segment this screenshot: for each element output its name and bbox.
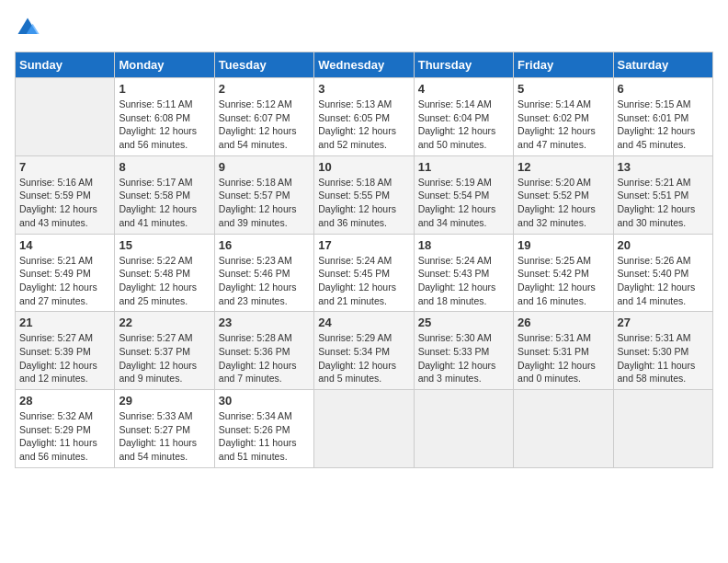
day-info: Sunrise: 5:27 AM Sunset: 5:37 PM Dayligh… <box>119 331 210 385</box>
calendar-cell: 28Sunrise: 5:32 AM Sunset: 5:29 PM Dayli… <box>16 390 115 468</box>
col-header-thursday: Thursday <box>414 52 513 78</box>
day-info: Sunrise: 5:24 AM Sunset: 5:43 PM Dayligh… <box>418 254 509 308</box>
day-info: Sunrise: 5:14 AM Sunset: 6:02 PM Dayligh… <box>518 98 609 152</box>
day-info: Sunrise: 5:11 AM Sunset: 6:08 PM Dayligh… <box>119 98 210 152</box>
day-number: 9 <box>219 160 310 174</box>
calendar-cell: 4Sunrise: 5:14 AM Sunset: 6:04 PM Daylig… <box>414 78 513 156</box>
calendar-cell: 30Sunrise: 5:34 AM Sunset: 5:26 PM Dayli… <box>214 390 313 468</box>
calendar-cell <box>314 390 414 468</box>
day-number: 21 <box>19 316 110 329</box>
calendar-cell: 3Sunrise: 5:13 AM Sunset: 6:05 PM Daylig… <box>314 78 414 156</box>
week-row-3: 14Sunrise: 5:21 AM Sunset: 5:49 PM Dayli… <box>16 234 713 312</box>
day-number: 13 <box>618 160 709 174</box>
week-row-5: 28Sunrise: 5:32 AM Sunset: 5:29 PM Dayli… <box>16 390 713 468</box>
day-number: 29 <box>119 394 210 408</box>
calendar-cell: 29Sunrise: 5:33 AM Sunset: 5:27 PM Dayli… <box>115 390 214 468</box>
calendar-cell: 27Sunrise: 5:31 AM Sunset: 5:30 PM Dayli… <box>613 312 712 390</box>
day-number: 25 <box>418 316 509 329</box>
day-info: Sunrise: 5:13 AM Sunset: 6:05 PM Dayligh… <box>318 98 409 152</box>
page-header <box>15 15 713 40</box>
calendar-cell: 11Sunrise: 5:19 AM Sunset: 5:54 PM Dayli… <box>414 155 513 234</box>
day-number: 6 <box>618 82 709 96</box>
day-info: Sunrise: 5:14 AM Sunset: 6:04 PM Dayligh… <box>418 98 509 152</box>
calendar-cell: 25Sunrise: 5:30 AM Sunset: 5:33 PM Dayli… <box>414 312 513 390</box>
day-number: 26 <box>518 316 609 329</box>
day-info: Sunrise: 5:32 AM Sunset: 5:29 PM Dayligh… <box>19 409 110 464</box>
calendar-cell: 8Sunrise: 5:17 AM Sunset: 5:58 PM Daylig… <box>115 155 214 234</box>
day-info: Sunrise: 5:20 AM Sunset: 5:52 PM Dayligh… <box>518 176 609 230</box>
day-number: 28 <box>19 394 110 408</box>
day-info: Sunrise: 5:21 AM Sunset: 5:51 PM Dayligh… <box>618 176 709 230</box>
day-info: Sunrise: 5:26 AM Sunset: 5:40 PM Dayligh… <box>618 254 709 308</box>
week-row-2: 7Sunrise: 5:16 AM Sunset: 5:59 PM Daylig… <box>16 155 713 234</box>
calendar-cell: 20Sunrise: 5:26 AM Sunset: 5:40 PM Dayli… <box>613 234 712 312</box>
day-number: 14 <box>19 238 110 252</box>
day-number: 11 <box>418 160 509 174</box>
day-info: Sunrise: 5:16 AM Sunset: 5:59 PM Dayligh… <box>19 176 110 230</box>
col-header-friday: Friday <box>514 52 613 78</box>
calendar-cell: 1Sunrise: 5:11 AM Sunset: 6:08 PM Daylig… <box>115 78 214 156</box>
day-info: Sunrise: 5:24 AM Sunset: 5:45 PM Dayligh… <box>318 254 409 308</box>
calendar-cell: 6Sunrise: 5:15 AM Sunset: 6:01 PM Daylig… <box>613 78 712 156</box>
day-number: 23 <box>219 316 310 329</box>
day-number: 16 <box>219 238 310 252</box>
day-info: Sunrise: 5:22 AM Sunset: 5:48 PM Dayligh… <box>119 254 210 308</box>
calendar-cell: 10Sunrise: 5:18 AM Sunset: 5:55 PM Dayli… <box>314 155 414 234</box>
col-header-sunday: Sunday <box>16 52 115 78</box>
calendar-cell: 19Sunrise: 5:25 AM Sunset: 5:42 PM Dayli… <box>514 234 613 312</box>
day-info: Sunrise: 5:17 AM Sunset: 5:58 PM Dayligh… <box>119 176 210 230</box>
day-number: 5 <box>518 82 609 96</box>
calendar-cell: 15Sunrise: 5:22 AM Sunset: 5:48 PM Dayli… <box>115 234 214 312</box>
day-number: 2 <box>219 82 310 96</box>
day-info: Sunrise: 5:34 AM Sunset: 5:26 PM Dayligh… <box>219 409 310 464</box>
day-info: Sunrise: 5:23 AM Sunset: 5:46 PM Dayligh… <box>219 254 310 308</box>
logo-icon <box>15 15 40 40</box>
calendar-cell: 7Sunrise: 5:16 AM Sunset: 5:59 PM Daylig… <box>16 155 115 234</box>
calendar-cell: 14Sunrise: 5:21 AM Sunset: 5:49 PM Dayli… <box>16 234 115 312</box>
day-number: 24 <box>318 316 409 329</box>
day-info: Sunrise: 5:29 AM Sunset: 5:34 PM Dayligh… <box>318 331 409 385</box>
calendar-cell: 21Sunrise: 5:27 AM Sunset: 5:39 PM Dayli… <box>16 312 115 390</box>
week-row-4: 21Sunrise: 5:27 AM Sunset: 5:39 PM Dayli… <box>16 312 713 390</box>
day-number: 30 <box>219 394 310 408</box>
col-header-saturday: Saturday <box>613 52 712 78</box>
header-row: SundayMondayTuesdayWednesdayThursdayFrid… <box>16 52 713 78</box>
calendar-cell: 9Sunrise: 5:18 AM Sunset: 5:57 PM Daylig… <box>214 155 313 234</box>
calendar-cell: 23Sunrise: 5:28 AM Sunset: 5:36 PM Dayli… <box>214 312 313 390</box>
day-number: 4 <box>418 82 509 96</box>
calendar-cell <box>514 390 613 468</box>
calendar-cell: 16Sunrise: 5:23 AM Sunset: 5:46 PM Dayli… <box>214 234 313 312</box>
col-header-monday: Monday <box>115 52 214 78</box>
calendar-cell: 22Sunrise: 5:27 AM Sunset: 5:37 PM Dayli… <box>115 312 214 390</box>
day-info: Sunrise: 5:31 AM Sunset: 5:31 PM Dayligh… <box>518 331 609 385</box>
day-info: Sunrise: 5:18 AM Sunset: 5:55 PM Dayligh… <box>318 176 409 230</box>
day-number: 12 <box>518 160 609 174</box>
col-header-tuesday: Tuesday <box>214 52 313 78</box>
day-number: 7 <box>19 160 110 174</box>
calendar-cell: 24Sunrise: 5:29 AM Sunset: 5:34 PM Dayli… <box>314 312 414 390</box>
day-number: 17 <box>318 238 409 252</box>
day-number: 1 <box>119 82 210 96</box>
calendar-cell: 12Sunrise: 5:20 AM Sunset: 5:52 PM Dayli… <box>514 155 613 234</box>
day-info: Sunrise: 5:12 AM Sunset: 6:07 PM Dayligh… <box>219 98 310 152</box>
calendar-cell <box>414 390 513 468</box>
day-info: Sunrise: 5:31 AM Sunset: 5:30 PM Dayligh… <box>618 331 709 385</box>
day-number: 27 <box>618 316 709 329</box>
day-info: Sunrise: 5:27 AM Sunset: 5:39 PM Dayligh… <box>19 331 110 385</box>
day-number: 10 <box>318 160 409 174</box>
calendar-cell: 17Sunrise: 5:24 AM Sunset: 5:45 PM Dayli… <box>314 234 414 312</box>
calendar-cell: 5Sunrise: 5:14 AM Sunset: 6:02 PM Daylig… <box>514 78 613 156</box>
day-info: Sunrise: 5:30 AM Sunset: 5:33 PM Dayligh… <box>418 331 509 385</box>
calendar-cell: 26Sunrise: 5:31 AM Sunset: 5:31 PM Dayli… <box>514 312 613 390</box>
week-row-1: 1Sunrise: 5:11 AM Sunset: 6:08 PM Daylig… <box>16 78 713 156</box>
day-number: 18 <box>418 238 509 252</box>
col-header-wednesday: Wednesday <box>314 52 414 78</box>
day-number: 8 <box>119 160 210 174</box>
day-number: 20 <box>618 238 709 252</box>
day-info: Sunrise: 5:19 AM Sunset: 5:54 PM Dayligh… <box>418 176 509 230</box>
day-number: 22 <box>119 316 210 329</box>
day-info: Sunrise: 5:15 AM Sunset: 6:01 PM Dayligh… <box>618 98 709 152</box>
calendar-cell <box>613 390 712 468</box>
day-info: Sunrise: 5:18 AM Sunset: 5:57 PM Dayligh… <box>219 176 310 230</box>
calendar-table: SundayMondayTuesdayWednesdayThursdayFrid… <box>15 52 713 468</box>
